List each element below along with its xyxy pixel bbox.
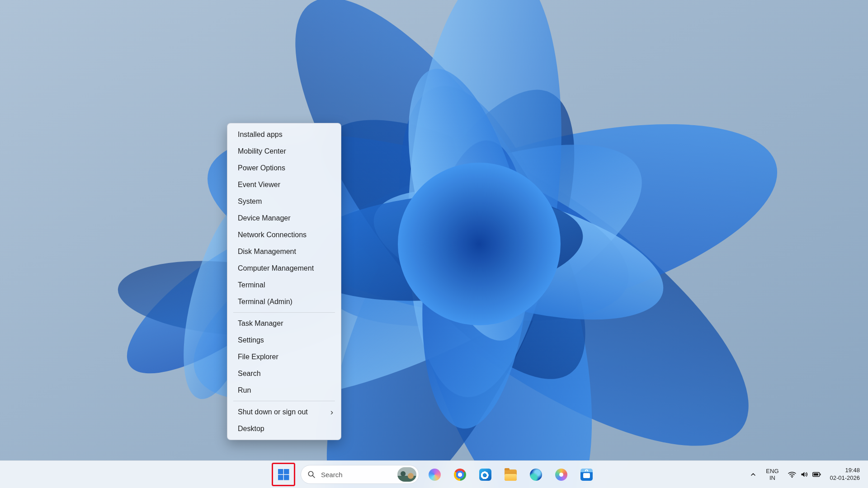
menu-item-label: Settings: [238, 336, 264, 344]
menu-item-label: Event Viewer: [238, 181, 280, 189]
chevron-up-icon: [750, 471, 757, 478]
wifi-icon: [788, 471, 796, 478]
clock[interactable]: 19:48 02-01-2026: [826, 463, 864, 486]
menu-item-label: Search: [238, 370, 261, 378]
menu-item-label: Device Manager: [238, 214, 291, 222]
menu-item-disk-management[interactable]: Disk Management: [230, 243, 339, 260]
chrome-button[interactable]: [450, 465, 470, 484]
search-box[interactable]: [301, 465, 419, 484]
menu-item-label: Desktop: [238, 425, 264, 433]
menu-item-device-manager[interactable]: Device Manager: [230, 210, 339, 226]
menu-item-task-manager[interactable]: Task Manager: [230, 315, 339, 332]
language-indicator[interactable]: ENG IN: [762, 464, 782, 485]
menu-item-settings[interactable]: Settings: [230, 332, 339, 348]
menu-item-shut-down-or-sign-out[interactable]: Shut down or sign out›: [230, 404, 339, 420]
store-icon: [580, 469, 593, 481]
copilot-button[interactable]: [425, 465, 444, 484]
clock-date: 02-01-2026: [830, 474, 860, 482]
clock-time: 19:48: [845, 467, 860, 474]
search-highlight-image[interactable]: [397, 467, 416, 482]
menu-item-installed-apps[interactable]: Installed apps: [230, 126, 339, 143]
menu-item-event-viewer[interactable]: Event Viewer: [230, 176, 339, 193]
windows-logo-icon: [278, 469, 289, 480]
wallpaper: [0, 0, 868, 488]
menu-item-label: Installed apps: [238, 131, 283, 139]
outlook-button[interactable]: [475, 465, 495, 484]
menu-item-label: Computer Management: [238, 264, 314, 272]
menu-item-power-options[interactable]: Power Options: [230, 160, 339, 176]
edge-icon: [530, 469, 542, 481]
menu-item-desktop[interactable]: Desktop: [230, 420, 339, 437]
store-button[interactable]: [576, 465, 596, 484]
menu-item-label: Run: [238, 386, 251, 394]
menu-separator: [233, 401, 335, 401]
search-input[interactable]: [320, 470, 393, 479]
menu-item-run[interactable]: Run: [230, 382, 339, 399]
photos-icon: [555, 469, 567, 481]
start-button-highlight: [272, 463, 295, 486]
menu-item-search[interactable]: Search: [230, 365, 339, 382]
menu-item-network-connections[interactable]: Network Connections: [230, 226, 339, 243]
menu-item-label: System: [238, 197, 262, 206]
hidden-icons-button[interactable]: [746, 467, 760, 482]
menu-item-label: Task Manager: [238, 319, 283, 328]
language-secondary: IN: [769, 474, 775, 481]
copilot-icon: [429, 469, 441, 481]
menu-item-label: File Explorer: [238, 353, 278, 361]
menu-item-label: Mobility Center: [238, 147, 286, 155]
menu-item-label: Shut down or sign out: [238, 408, 308, 416]
chrome-icon: [454, 469, 466, 481]
search-icon: [307, 470, 316, 479]
menu-item-computer-management[interactable]: Computer Management: [230, 260, 339, 277]
system-tray: ENG IN: [746, 461, 868, 488]
menu-item-label: Power Options: [238, 164, 285, 172]
context-menu: Installed appsMobility CenterPower Optio…: [227, 123, 341, 440]
pinned-apps: [425, 465, 596, 484]
file-explorer-icon: [505, 469, 517, 481]
menu-item-label: Network Connections: [238, 231, 307, 239]
outlook-icon: [479, 469, 491, 481]
menu-item-terminal[interactable]: Terminal: [230, 277, 339, 293]
language-primary: ENG: [766, 468, 778, 474]
file-explorer-button[interactable]: [500, 465, 520, 484]
menu-item-label: Terminal (Admin): [238, 298, 292, 306]
taskbar-center: [272, 461, 596, 488]
menu-item-label: Disk Management: [238, 248, 296, 256]
menu-item-file-explorer[interactable]: File Explorer: [230, 348, 339, 365]
photos-button[interactable]: [551, 465, 571, 484]
menu-item-system[interactable]: System: [230, 193, 339, 210]
volume-icon: [801, 471, 808, 478]
menu-separator: [233, 312, 335, 313]
menu-item-label: Terminal: [238, 281, 265, 289]
battery-icon: [812, 472, 821, 477]
status-icons-button[interactable]: [784, 468, 825, 482]
menu-item-terminal-admin[interactable]: Terminal (Admin): [230, 293, 339, 310]
chevron-right-icon: ›: [330, 408, 333, 416]
start-button[interactable]: [274, 465, 293, 484]
edge-button[interactable]: [526, 465, 546, 484]
menu-item-mobility-center[interactable]: Mobility Center: [230, 143, 339, 160]
taskbar: ENG IN: [0, 460, 868, 488]
